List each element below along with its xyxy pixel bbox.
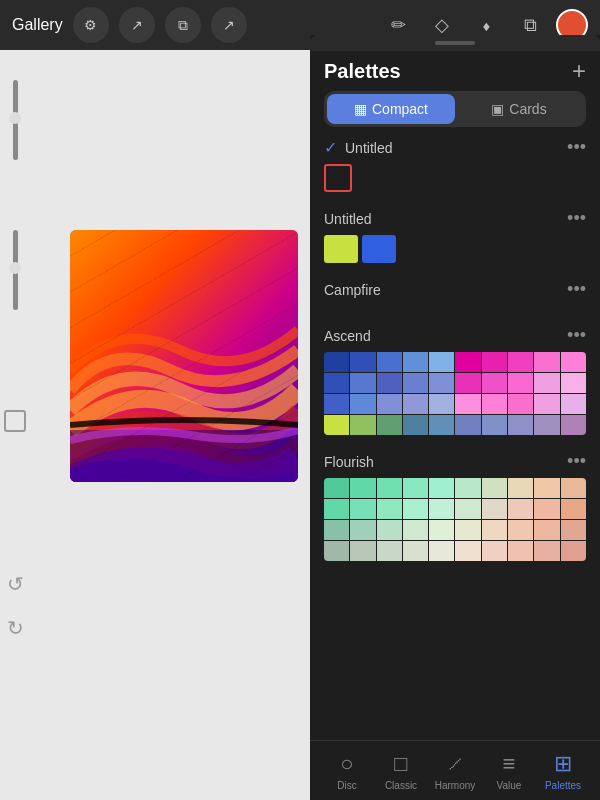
swatch-cell[interactable] [561, 415, 586, 435]
swatch-cell[interactable] [508, 352, 533, 372]
swatch-cell[interactable] [534, 352, 559, 372]
palette-more-button-2[interactable]: ••• [567, 208, 586, 229]
swatch-cell[interactable] [377, 394, 402, 414]
swatch-cell[interactable] [324, 520, 349, 540]
swatch-cell[interactable] [377, 541, 402, 561]
swatch-cell[interactable] [429, 394, 454, 414]
swatch-cell[interactable] [561, 478, 586, 498]
bottom-tool-harmony[interactable]: ⟋ Harmony [428, 751, 482, 791]
swatch-cell[interactable] [534, 520, 559, 540]
swatch-cell[interactable] [377, 373, 402, 393]
swatch-cell[interactable] [324, 394, 349, 414]
swatch-yellow[interactable] [324, 235, 358, 263]
swatch-cell[interactable] [508, 373, 533, 393]
swatch-cell[interactable] [534, 415, 559, 435]
swatch-cell[interactable] [350, 478, 375, 498]
swatch-cell[interactable] [377, 415, 402, 435]
undo-button[interactable]: ↺ [7, 572, 24, 596]
swatch-cell[interactable] [377, 499, 402, 519]
swatch-cell[interactable] [403, 352, 428, 372]
swatch-cell[interactable] [534, 373, 559, 393]
opacity-slider[interactable] [13, 230, 18, 310]
bottom-tool-palettes[interactable]: ⊞ Palettes [536, 751, 590, 791]
swatch-cell[interactable] [403, 520, 428, 540]
swatch-cell[interactable] [324, 541, 349, 561]
palette-more-button[interactable]: ••• [567, 137, 586, 158]
swatch-cell[interactable] [482, 352, 507, 372]
palette-more-button-4[interactable]: ••• [567, 325, 586, 346]
redo-button[interactable]: ↻ [7, 616, 24, 640]
add-palette-button[interactable]: + [572, 59, 586, 83]
swatch-cell[interactable] [403, 394, 428, 414]
swatch-cell[interactable] [350, 541, 375, 561]
canvas-options[interactable] [4, 410, 26, 432]
swatch-cell[interactable] [350, 499, 375, 519]
swatch-cell[interactable] [403, 373, 428, 393]
swatch-cell[interactable] [508, 415, 533, 435]
swatch-cell[interactable] [561, 541, 586, 561]
move-button[interactable]: ↗ [211, 7, 247, 43]
empty-swatch[interactable] [324, 164, 352, 192]
swatch-cell[interactable] [403, 541, 428, 561]
bottom-tool-value[interactable]: ≡ Value [482, 751, 536, 791]
swatch-cell[interactable] [429, 541, 454, 561]
swatch-cell[interactable] [508, 520, 533, 540]
swatch-cell[interactable] [377, 352, 402, 372]
tab-compact[interactable]: ▦ Compact [327, 94, 455, 124]
swatch-cell[interactable] [403, 415, 428, 435]
swatch-cell[interactable] [561, 373, 586, 393]
swatch-cell[interactable] [561, 394, 586, 414]
swatch-cell[interactable] [429, 415, 454, 435]
swatch-cell[interactable] [534, 499, 559, 519]
swatch-cell[interactable] [429, 478, 454, 498]
gallery-button[interactable]: Gallery [12, 16, 63, 34]
swatch-cell[interactable] [508, 478, 533, 498]
layers-button[interactable]: ⧉ [165, 7, 201, 43]
panel-handle[interactable] [310, 35, 600, 51]
swatch-cell[interactable] [455, 499, 480, 519]
bottom-tool-disc[interactable]: ○ Disc [320, 751, 374, 791]
swatch-cell[interactable] [482, 520, 507, 540]
swatch-cell[interactable] [455, 415, 480, 435]
palette-more-button-5[interactable]: ••• [567, 451, 586, 472]
swatch-cell[interactable] [429, 352, 454, 372]
swatch-cell[interactable] [403, 499, 428, 519]
swatch-cell[interactable] [534, 394, 559, 414]
swatch-cell[interactable] [482, 415, 507, 435]
swatch-cell[interactable] [350, 415, 375, 435]
swatch-cell[interactable] [429, 520, 454, 540]
swatch-cell[interactable] [429, 499, 454, 519]
swatch-cell[interactable] [482, 478, 507, 498]
swatch-cell[interactable] [324, 373, 349, 393]
cursor-button[interactable]: ↗ [119, 7, 155, 43]
swatch-cell[interactable] [455, 541, 480, 561]
swatch-cell[interactable] [455, 520, 480, 540]
swatch-cell[interactable] [455, 373, 480, 393]
tab-cards[interactable]: ▣ Cards [455, 94, 583, 124]
swatch-cell[interactable] [403, 478, 428, 498]
swatch-cell[interactable] [350, 394, 375, 414]
swatch-cell[interactable] [455, 352, 480, 372]
swatch-cell[interactable] [350, 373, 375, 393]
swatch-cell[interactable] [455, 394, 480, 414]
swatch-cell[interactable] [482, 394, 507, 414]
swatch-cell[interactable] [482, 541, 507, 561]
palette-more-button-3[interactable]: ••• [567, 279, 586, 300]
wrench-button[interactable]: ⚙ [73, 7, 109, 43]
bottom-tool-classic[interactable]: □ Classic [374, 751, 428, 791]
swatch-cell[interactable] [429, 373, 454, 393]
swatch-cell[interactable] [534, 541, 559, 561]
swatch-cell[interactable] [324, 352, 349, 372]
swatch-cell[interactable] [534, 478, 559, 498]
swatch-cell[interactable] [482, 499, 507, 519]
swatch-cell[interactable] [377, 478, 402, 498]
swatch-cell[interactable] [508, 499, 533, 519]
swatch-cell[interactable] [508, 394, 533, 414]
swatch-cell[interactable] [482, 373, 507, 393]
swatch-cell[interactable] [324, 415, 349, 435]
swatch-cell[interactable] [508, 541, 533, 561]
swatch-cell[interactable] [324, 478, 349, 498]
swatch-cell[interactable] [561, 520, 586, 540]
swatch-cell[interactable] [324, 499, 349, 519]
swatch-cell[interactable] [561, 352, 586, 372]
